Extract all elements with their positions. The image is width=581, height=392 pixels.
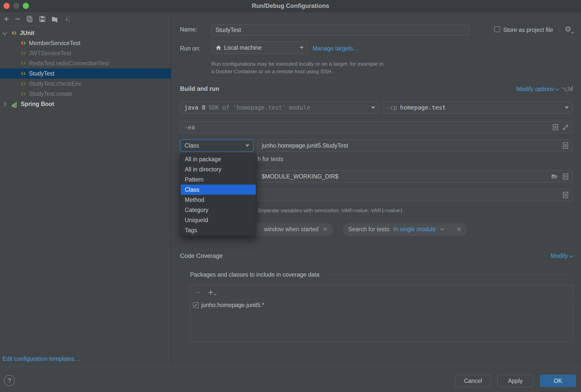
vm-options-input[interactable]: -ea bbox=[180, 121, 573, 133]
sidebar-item-junit[interactable]: JUnit bbox=[0, 28, 171, 38]
modify-options-shortcut: ⌥M bbox=[561, 86, 573, 93]
run-on-label: Run on: bbox=[180, 45, 201, 52]
run-on-value: Local machine bbox=[224, 44, 262, 51]
search-scope-value[interactable]: In single module bbox=[393, 226, 436, 233]
close-icon[interactable]: ✕ bbox=[456, 226, 461, 233]
coverage-packages-header: Packages and classes to include in cover… bbox=[190, 270, 573, 279]
code-coverage-title: Code Coverage bbox=[180, 252, 223, 259]
browse-folder-icon[interactable] bbox=[551, 173, 558, 180]
chip-label: window when started bbox=[264, 226, 319, 233]
chevron-down-icon bbox=[300, 47, 304, 49]
apply-button[interactable]: Apply bbox=[497, 375, 533, 387]
add-configuration-icon[interactable] bbox=[2, 15, 11, 23]
search-for-tests-chip[interactable]: Search for tests: In single module ✕ bbox=[343, 223, 467, 236]
svg-text:a: a bbox=[69, 15, 70, 19]
coverage-package-row[interactable]: ✓ junho.homepage.junit5.* bbox=[190, 299, 572, 311]
partially-hidden-label: h for tests bbox=[258, 156, 283, 163]
title-bar: Run/Debug Configurations bbox=[0, 0, 581, 12]
coverage-modify-link[interactable]: Modify bbox=[551, 253, 573, 259]
vm-options-value: -ea bbox=[184, 124, 195, 131]
coverage-packages-table: ✓ junho.homepage.junit5.* bbox=[190, 285, 573, 342]
tree-item-label: MemberServiceTest bbox=[29, 40, 80, 47]
chevron-down-icon bbox=[565, 106, 569, 109]
macros-list-icon[interactable] bbox=[553, 124, 558, 131]
sidebar-item-studytest-checkenv[interactable]: StudyTest.checkEnv bbox=[0, 79, 171, 89]
close-icon[interactable]: ✕ bbox=[323, 226, 328, 233]
new-folder-icon[interactable] bbox=[51, 15, 59, 23]
question-mark-icon: ? bbox=[8, 377, 11, 384]
name-input[interactable]: StudyTest bbox=[211, 24, 469, 35]
working-directory-input[interactable]: $MODULE_WORKING_DIR$ bbox=[258, 170, 573, 183]
test-class-input[interactable]: junho.homepage.junit5.StudyTest bbox=[258, 139, 573, 152]
gear-icon[interactable]: ⚙ bbox=[565, 25, 573, 33]
junit-icon bbox=[11, 30, 17, 36]
sort-configurations-icon[interactable]: az bbox=[64, 15, 72, 23]
tree-item-label: RedisTest.redisConnectionTest bbox=[29, 60, 109, 67]
run-on-select[interactable]: Local machine bbox=[211, 42, 307, 54]
junit-icon bbox=[20, 40, 26, 46]
sidebar-item-studytest-selected[interactable]: StudyTest bbox=[0, 68, 171, 79]
chevron-down-icon bbox=[371, 106, 375, 109]
chevron-down-icon bbox=[440, 227, 444, 231]
sidebar-item-jwtservicetest[interactable]: JWTServiceTest bbox=[0, 48, 171, 58]
store-as-project-file-checkbox[interactable] bbox=[494, 26, 500, 32]
dropdown-option-method[interactable]: Method bbox=[181, 195, 256, 205]
name-label: Name: bbox=[180, 26, 197, 33]
home-icon bbox=[215, 45, 222, 51]
coverage-table-toolbar bbox=[190, 286, 572, 299]
dropdown-option-tags[interactable]: Tags bbox=[181, 225, 256, 235]
sidebar-item-studytest-create[interactable]: StudyTest.create bbox=[0, 89, 171, 99]
working-directory-value: $MODULE_WORKING_DIR$ bbox=[262, 173, 338, 180]
chevron-down-icon bbox=[569, 254, 573, 258]
section-divider bbox=[180, 78, 573, 78]
sidebar-item-spring-boot[interactable]: Spring Boot bbox=[0, 99, 171, 109]
junit-icon bbox=[20, 60, 26, 66]
environment-variables-input[interactable] bbox=[258, 189, 573, 201]
classpath-select[interactable]: -cp homepage.test bbox=[383, 101, 573, 114]
store-as-project-file-label: Store as project file bbox=[503, 27, 553, 33]
test-kind-value: Class bbox=[185, 142, 199, 149]
chevron-down-icon bbox=[555, 87, 559, 91]
jre-select[interactable]: java 8 SDK of 'homepage.test' module bbox=[180, 101, 379, 114]
expand-field-icon[interactable] bbox=[562, 124, 569, 131]
sidebar-toolbar: az bbox=[0, 12, 171, 26]
package-pattern: junho.homepage.junit5.* bbox=[201, 302, 264, 309]
macros-list-icon[interactable] bbox=[563, 142, 568, 149]
dropdown-option-uniqueid[interactable]: UniqueId bbox=[181, 215, 256, 225]
dropdown-option-class-selected[interactable]: Class bbox=[181, 185, 256, 195]
test-kind-dropdown-list: All in package All in directory Pattern … bbox=[180, 153, 256, 236]
ok-button[interactable]: OK bbox=[540, 375, 576, 387]
sidebar-item-memberservicetest[interactable]: MemberServiceTest bbox=[0, 38, 171, 48]
junit-icon bbox=[20, 81, 26, 87]
macros-list-icon[interactable] bbox=[563, 173, 568, 180]
sidebar-item-redistest[interactable]: RedisTest.redisConnectionTest bbox=[0, 58, 171, 68]
macros-list-icon[interactable] bbox=[563, 192, 568, 198]
chevron-down-icon[interactable] bbox=[2, 30, 7, 35]
add-package-icon[interactable] bbox=[208, 289, 216, 295]
modify-options-link[interactable]: Modify options bbox=[516, 86, 559, 93]
dropdown-option-category[interactable]: Category bbox=[181, 205, 256, 215]
save-configuration-icon[interactable] bbox=[38, 15, 47, 23]
run-debug-configurations-dialog: Run/Debug Configurations az bbox=[0, 0, 581, 392]
tree-item-label: JUnit bbox=[20, 30, 34, 37]
edit-configuration-templates-link[interactable]: Edit configuration templates… bbox=[3, 355, 80, 362]
remove-configuration-icon[interactable] bbox=[13, 15, 22, 23]
dropdown-option-all-in-package[interactable]: All in package bbox=[181, 154, 256, 164]
chevron-right-icon[interactable] bbox=[2, 102, 6, 106]
test-kind-select[interactable]: Class bbox=[180, 139, 253, 152]
dialog-footer: ? Cancel Apply OK bbox=[0, 367, 581, 392]
svg-text:z: z bbox=[69, 19, 70, 22]
env-variables-hint: Separate variables with semicolon: VAR=v… bbox=[258, 207, 403, 213]
manage-targets-link[interactable]: Manage targets… bbox=[313, 45, 359, 52]
jre-value: java 8 bbox=[184, 104, 205, 111]
jre-description: SDK of 'homepage.test' module bbox=[208, 104, 310, 111]
cancel-button[interactable]: Cancel bbox=[455, 375, 491, 387]
help-button[interactable]: ? bbox=[4, 375, 15, 386]
package-checkbox-checked[interactable]: ✓ bbox=[193, 302, 199, 308]
dropdown-option-pattern[interactable]: Pattern bbox=[181, 174, 256, 185]
remove-package-icon[interactable] bbox=[195, 289, 201, 295]
copy-configuration-icon[interactable] bbox=[25, 15, 34, 23]
packages-title: Packages and classes to include in cover… bbox=[190, 271, 319, 278]
dropdown-option-all-in-directory[interactable]: All in directory bbox=[181, 164, 256, 174]
chip-label: Search for tests: bbox=[348, 226, 391, 233]
